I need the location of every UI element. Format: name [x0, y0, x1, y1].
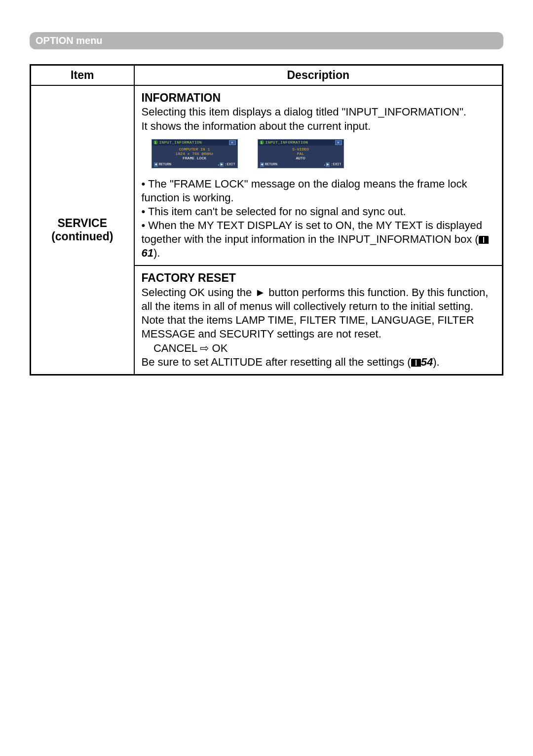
- factory-note-pre: Be sure to set ALTITUDE after resetting …: [142, 356, 411, 368]
- dialog-footer: ◀RETURN ,▶:EXIT: [152, 162, 237, 168]
- header-description: Description: [134, 65, 503, 86]
- info-intro-1: Selecting this item displays a dialog ti…: [142, 106, 466, 118]
- section-title-factory-reset: FACTORY RESET: [142, 271, 236, 284]
- exit-label: :EXIT: [225, 162, 235, 167]
- left-arrow-icon: ◀: [260, 162, 264, 167]
- dialog-previews: i INPUT_INFORMATION ✕ COMPUTER IN 1 1024…: [152, 139, 495, 168]
- close-icon: ✕: [335, 140, 342, 145]
- exit-button: ,▶:EXIT: [324, 162, 341, 167]
- info-icon: i: [153, 140, 158, 145]
- dialog-input-info-1: i INPUT_INFORMATION ✕ COMPUTER IN 1 1024…: [152, 139, 238, 168]
- bullet-1: • The "FRAME LOCK" message on the dialog…: [142, 178, 467, 204]
- dialog-body: COMPUTER IN 1 1024 x 768 @60Hz FRAME LOC…: [152, 146, 237, 162]
- return-button: ◀RETURN: [154, 162, 171, 167]
- return-label: RETURN: [265, 162, 277, 167]
- exit-button: ,▶:EXIT: [218, 162, 235, 167]
- menu-banner: OPTION menu: [30, 32, 503, 49]
- desc-factory-reset: FACTORY RESET Selecting OK using the ► b…: [134, 265, 503, 375]
- left-arrow-icon: ◀: [154, 162, 158, 167]
- bullet-3-pre: • When the MY TEXT DISPLAY is set to ON,…: [142, 219, 482, 245]
- info-intro-2: It shows the information about the curre…: [142, 120, 371, 132]
- cancel-ok-line: CANCEL ⇨ OK: [142, 342, 228, 354]
- info-bullets: • The "FRAME LOCK" message on the dialog…: [142, 177, 495, 261]
- dialog-title: INPUT_INFORMATION: [266, 140, 335, 145]
- book-icon: [411, 359, 421, 367]
- option-table: Item Description SERVICE (continued) INF…: [30, 64, 503, 376]
- factory-para: Selecting OK using the ► button performs…: [142, 286, 489, 340]
- book-icon: [479, 236, 489, 244]
- item-cell-service: SERVICE (continued): [31, 85, 134, 375]
- page: OPTION menu Item Description SERVICE (co…: [0, 0, 533, 756]
- dialog-line: COMPUTER IN 1: [153, 147, 236, 151]
- info-icon: i: [260, 140, 264, 145]
- item-line1: SERVICE: [32, 217, 133, 230]
- dialog-header: i INPUT_INFORMATION ✕: [258, 140, 343, 146]
- dialog-title: INPUT_INFORMATION: [159, 140, 229, 145]
- page-ref: 61: [142, 247, 153, 259]
- factory-note-post: ).: [433, 356, 439, 368]
- dialog-input-info-2: i INPUT_INFORMATION ✕ S-VIDEO PAL AUTO ◀…: [258, 139, 344, 168]
- dialog-body: S-VIDEO PAL AUTO: [258, 146, 343, 162]
- bullet-2: • This item can't be selected for no sig…: [142, 205, 406, 218]
- desc-information: INFORMATION Selecting this item displays…: [134, 85, 503, 265]
- dialog-footer: ◀RETURN ,▶:EXIT: [258, 162, 343, 168]
- exit-label: :EXIT: [331, 162, 341, 167]
- dialog-line: PAL: [259, 151, 343, 156]
- item-line2: (continued): [32, 230, 133, 243]
- bullet-3-post: ).: [153, 247, 160, 259]
- header-item: Item: [31, 65, 134, 86]
- return-button: ◀RETURN: [260, 162, 277, 167]
- section-title-information: INFORMATION: [142, 91, 221, 104]
- close-icon: ✕: [229, 140, 236, 145]
- right-arrow-icon: ▶: [326, 162, 330, 167]
- return-label: RETURN: [159, 162, 171, 167]
- page-ref: 54: [421, 356, 433, 368]
- dialog-line: AUTO: [259, 156, 343, 160]
- dialog-line: 1024 x 768 @60Hz: [153, 151, 236, 156]
- dialog-line: FRAME LOCK: [153, 156, 236, 160]
- dialog-line: S-VIDEO: [259, 147, 343, 151]
- dialog-header: i INPUT_INFORMATION ✕: [152, 140, 237, 146]
- right-arrow-icon: ▶: [220, 162, 224, 167]
